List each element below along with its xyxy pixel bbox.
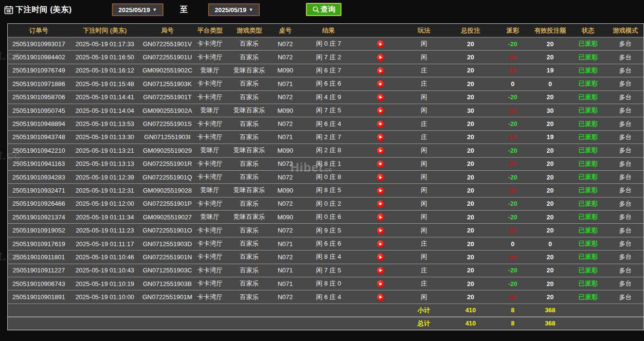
total-empty-cell (140, 317, 195, 330)
subtotal-empty-cell (70, 304, 140, 317)
subtotal-payout: 8 (494, 304, 532, 317)
mode-cell: 多台 (608, 197, 644, 210)
table-no-cell: N071 (274, 237, 297, 250)
result-cell: 闲 8 庄 5 (297, 184, 360, 197)
mode-cell: 多台 (608, 184, 644, 197)
play-video-icon[interactable] (377, 121, 384, 128)
play-icon-cell (360, 264, 401, 277)
total-empty-cell (569, 317, 608, 330)
bet-cell: 20 (447, 64, 494, 77)
play-cell: 闲 (401, 197, 447, 210)
time-cell: 2025-05-19 01:10:43 (70, 264, 140, 277)
bet-records-table: 订单号下注时间 (美东)局号平台类型游戏类型桌号结果玩法总投注派彩有效投注额状态… (7, 23, 644, 330)
play-video-icon[interactable] (377, 174, 384, 181)
play-video-icon[interactable] (377, 200, 384, 208)
play-video-icon[interactable] (377, 240, 384, 248)
order-cell: 250519010941163 (8, 157, 70, 170)
order-cell: 250519010934283 (8, 170, 70, 183)
mode-cell: 多台 (608, 144, 644, 157)
query-button[interactable]: 查询 (306, 3, 341, 16)
time-cell: 2025-05-19 01:12:39 (70, 170, 140, 183)
total-empty-cell (274, 317, 297, 330)
total-row: 总计4108368 (8, 317, 644, 330)
column-header-13: 游戏模式 (608, 24, 644, 37)
result-cell: 闲 6 庄 6 (297, 77, 360, 90)
play-video-icon[interactable] (377, 187, 384, 195)
status-cell: 已派彩 (569, 251, 608, 264)
table-row: 2505190109844022025-05-19 01:16:50GN0722… (8, 51, 644, 64)
play-cell: 庄 (401, 117, 447, 130)
status-cell: 已派彩 (569, 104, 608, 117)
mode-cell: 多台 (608, 104, 644, 117)
round-cell: GN0722551901R (140, 157, 195, 170)
valid-cell: 20 (532, 251, 569, 264)
platform-cell: 卡卡湾厅 (195, 290, 225, 304)
total-empty-cell (608, 317, 644, 330)
bet-cell: 20 (447, 290, 494, 304)
bet-cell: 20 (447, 37, 494, 51)
play-icon-cell (360, 197, 401, 210)
play-video-icon[interactable] (377, 40, 384, 48)
play-cell: 闲 (401, 51, 447, 64)
bet-cell: 20 (447, 90, 494, 104)
play-video-icon[interactable] (377, 294, 384, 301)
order-cell: 250519010993017 (8, 37, 70, 51)
payout-cell: 20 (494, 157, 532, 170)
table-no-cell: M090 (274, 64, 297, 77)
game-cell: 百家乐 (225, 237, 274, 250)
play-video-icon[interactable] (377, 214, 384, 221)
payout-cell: -20 (494, 90, 532, 104)
game-cell: 百家乐 (225, 197, 274, 210)
mode-cell: 多台 (608, 64, 644, 77)
valid-cell: 20 (532, 157, 569, 170)
subtotal-empty-cell (140, 304, 195, 317)
time-cell: 2025-05-19 01:13:13 (70, 157, 140, 170)
total-empty-cell (70, 317, 140, 330)
table-no-cell: N071 (274, 277, 297, 290)
table-row: 2505190109264662025-05-19 01:12:00GN0722… (8, 197, 644, 210)
status-cell: 已派彩 (569, 90, 608, 104)
status-cell: 已派彩 (569, 264, 608, 277)
date-to-select[interactable]: 2025/05/19 ▼ (208, 3, 260, 16)
date-to-value: 2025/05/19 (215, 6, 247, 14)
result-cell: 闲 6 庄 4 (297, 117, 360, 130)
play-video-icon[interactable] (377, 134, 384, 141)
play-video-icon[interactable] (377, 253, 384, 261)
table-row: 2505190109507452025-05-19 01:14:04GM0902… (8, 104, 644, 117)
column-header-3: 平台类型 (195, 24, 225, 37)
play-video-icon[interactable] (377, 80, 384, 88)
valid-cell: 20 (532, 211, 569, 224)
table-no-cell: N072 (274, 170, 297, 183)
game-cell: 百家乐 (225, 224, 274, 237)
game-cell: 竞咪百家乐 (225, 144, 274, 157)
play-icon-cell (360, 237, 401, 250)
game-cell: 百家乐 (225, 37, 274, 51)
play-video-icon[interactable] (377, 227, 384, 234)
mode-cell: 多台 (608, 264, 644, 277)
bet-cell: 20 (447, 117, 494, 130)
payout-cell: 20 (494, 184, 532, 197)
play-video-icon[interactable] (377, 147, 384, 154)
round-cell: GN0722551901P (140, 197, 195, 210)
play-icon-cell (360, 90, 401, 104)
payout-cell: -20 (494, 37, 532, 51)
subtotal-row: 小计4108368 (8, 304, 644, 317)
play-video-icon[interactable] (377, 94, 384, 101)
play-cell: 庄 (401, 64, 447, 77)
play-video-icon[interactable] (377, 67, 384, 74)
table-row: 2505190109437482025-05-19 01:13:30GN0712… (8, 130, 644, 144)
play-cell: 闲 (401, 211, 447, 224)
play-icon-cell (360, 117, 401, 130)
play-video-icon[interactable] (377, 54, 384, 61)
play-video-icon[interactable] (377, 161, 384, 168)
play-video-icon[interactable] (377, 280, 384, 287)
total-empty-cell (8, 317, 70, 330)
column-header-6: 结果 (297, 24, 360, 37)
platform-cell: 卡卡湾厅 (195, 251, 225, 264)
total-valid: 368 (532, 317, 569, 330)
play-video-icon[interactable] (377, 267, 384, 274)
result-cell: 闲 0 庄 8 (297, 170, 360, 183)
table-row: 2505190109767492025-05-19 01:16:12GM0902… (8, 64, 644, 77)
date-from-select[interactable]: 2025/05/19 ▼ (112, 3, 163, 16)
play-video-icon[interactable] (377, 107, 384, 114)
